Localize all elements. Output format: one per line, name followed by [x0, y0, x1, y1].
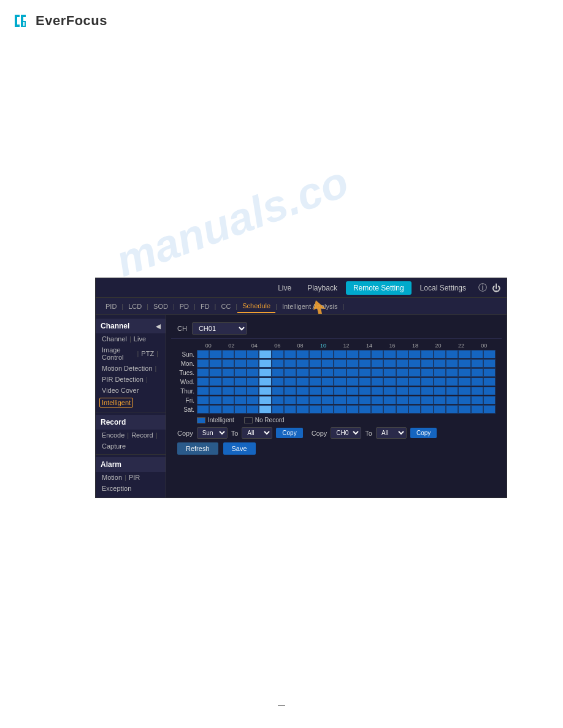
- cell[interactable]: [309, 387, 321, 395]
- cell[interactable]: [421, 387, 433, 395]
- cell[interactable]: [359, 387, 371, 395]
- cell[interactable]: [359, 359, 371, 368]
- nav-local-settings[interactable]: Local Settings: [413, 281, 473, 295]
- cell[interactable]: [309, 350, 321, 358]
- cell[interactable]: [321, 368, 334, 377]
- cell[interactable]: [383, 368, 396, 377]
- cell[interactable]: [408, 359, 421, 368]
- cell[interactable]: [446, 387, 458, 395]
- copy-ch-select[interactable]: CH01 CH02 All: [331, 427, 361, 439]
- cell[interactable]: [434, 359, 446, 368]
- cell[interactable]: [259, 396, 271, 404]
- cell[interactable]: [371, 359, 383, 368]
- cell[interactable]: [272, 359, 284, 368]
- power-icon[interactable]: ⏻: [492, 283, 500, 293]
- cell[interactable]: [309, 377, 321, 386]
- cell[interactable]: [371, 396, 383, 404]
- cell[interactable]: [259, 350, 271, 358]
- cell[interactable]: [334, 405, 346, 414]
- cell[interactable]: [446, 359, 458, 368]
- subnav-lcd[interactable]: LCD: [123, 300, 147, 313]
- cell[interactable]: [284, 396, 296, 404]
- grid-thur[interactable]: [197, 387, 496, 395]
- cell[interactable]: [284, 368, 296, 377]
- cell[interactable]: [321, 359, 334, 368]
- cell[interactable]: [396, 377, 408, 386]
- cell[interactable]: [359, 368, 371, 377]
- cell[interactable]: [209, 377, 221, 386]
- cell[interactable]: [396, 350, 408, 358]
- cell[interactable]: [396, 405, 408, 414]
- cell[interactable]: [334, 396, 346, 404]
- cell[interactable]: [483, 368, 496, 377]
- cell[interactable]: [446, 368, 458, 377]
- cell[interactable]: [259, 387, 271, 395]
- cell[interactable]: [446, 350, 458, 358]
- cell[interactable]: [321, 396, 334, 404]
- cell[interactable]: [483, 359, 496, 368]
- cell[interactable]: [383, 359, 396, 368]
- copy-day-select[interactable]: Sun Mon All: [197, 427, 228, 439]
- cell[interactable]: [471, 405, 483, 414]
- cell[interactable]: [234, 350, 247, 358]
- cell[interactable]: [359, 396, 371, 404]
- cell[interactable]: [309, 359, 321, 368]
- cell[interactable]: [284, 377, 296, 386]
- cell[interactable]: [434, 377, 446, 386]
- cell[interactable]: [296, 396, 308, 404]
- cell[interactable]: [359, 377, 371, 386]
- cell[interactable]: [272, 405, 284, 414]
- cell[interactable]: [421, 350, 433, 358]
- nav-remote-setting[interactable]: Remote Setting: [346, 281, 412, 295]
- sidebar-pir-detection[interactable]: PIR Detection |: [96, 374, 166, 385]
- cell[interactable]: [247, 359, 259, 368]
- cell[interactable]: [334, 387, 346, 395]
- sidebar-record-header[interactable]: Record: [96, 415, 166, 430]
- cell[interactable]: [347, 387, 359, 395]
- cell[interactable]: [334, 359, 346, 368]
- cell[interactable]: [359, 350, 371, 358]
- cell[interactable]: [209, 350, 221, 358]
- cell[interactable]: [222, 377, 234, 386]
- cell[interactable]: [483, 377, 496, 386]
- cell[interactable]: [347, 350, 359, 358]
- copy-dest-select-1[interactable]: All Mon Tues: [242, 427, 272, 439]
- cell[interactable]: [483, 396, 496, 404]
- cell[interactable]: [421, 377, 433, 386]
- cell[interactable]: [421, 359, 433, 368]
- cell[interactable]: [247, 387, 259, 395]
- cell[interactable]: [309, 396, 321, 404]
- sidebar-intelligent[interactable]: Intelligent: [96, 396, 166, 409]
- cell[interactable]: [471, 377, 483, 386]
- subnav-fd[interactable]: FD: [196, 300, 215, 313]
- cell[interactable]: [347, 368, 359, 377]
- grid-sat[interactable]: [197, 405, 496, 414]
- cell[interactable]: [247, 350, 259, 358]
- cell[interactable]: [321, 377, 334, 386]
- cell[interactable]: [396, 359, 408, 368]
- cell[interactable]: [396, 387, 408, 395]
- cell[interactable]: [458, 377, 470, 386]
- cell[interactable]: [209, 405, 221, 414]
- cell[interactable]: [296, 377, 308, 386]
- cell[interactable]: [371, 368, 383, 377]
- cell[interactable]: [421, 368, 433, 377]
- cell[interactable]: [272, 350, 284, 358]
- cell[interactable]: [383, 377, 396, 386]
- cell[interactable]: [421, 405, 433, 414]
- subnav-pd[interactable]: PD: [175, 300, 194, 313]
- grid-mon[interactable]: [197, 359, 496, 368]
- cell[interactable]: [396, 396, 408, 404]
- cell[interactable]: [209, 387, 221, 395]
- cell[interactable]: [309, 405, 321, 414]
- cell[interactable]: [334, 377, 346, 386]
- cell[interactable]: [396, 368, 408, 377]
- cell[interactable]: [284, 387, 296, 395]
- cell[interactable]: [234, 359, 247, 368]
- cell[interactable]: [371, 350, 383, 358]
- cell[interactable]: [446, 396, 458, 404]
- cell[interactable]: [359, 405, 371, 414]
- cell[interactable]: [247, 405, 259, 414]
- cell[interactable]: [434, 350, 446, 358]
- cell[interactable]: [434, 405, 446, 414]
